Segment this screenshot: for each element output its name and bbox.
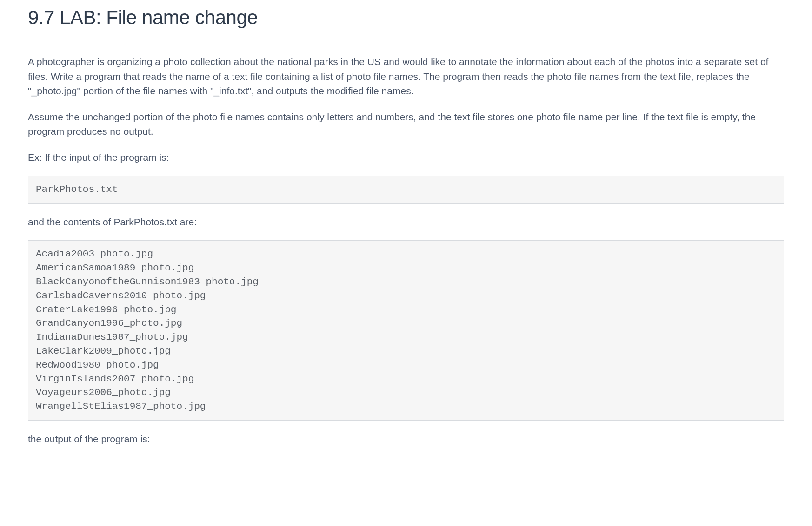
file-contents-intro: and the contents of ParkPhotos.txt are:	[28, 215, 784, 230]
example-file-contents: Acadia2003_photo.jpg AmericanSamoa1989_p…	[28, 240, 784, 421]
problem-description-2: Assume the unchanged portion of the phot…	[28, 110, 784, 139]
problem-description-1: A photographer is organizing a photo col…	[28, 54, 784, 99]
output-intro: the output of the program is:	[28, 432, 784, 447]
example-intro: Ex: If the input of the program is:	[28, 150, 784, 165]
page-title: 9.7 LAB: File name change	[28, 0, 784, 32]
example-input-filename: ParkPhotos.txt	[28, 176, 784, 204]
